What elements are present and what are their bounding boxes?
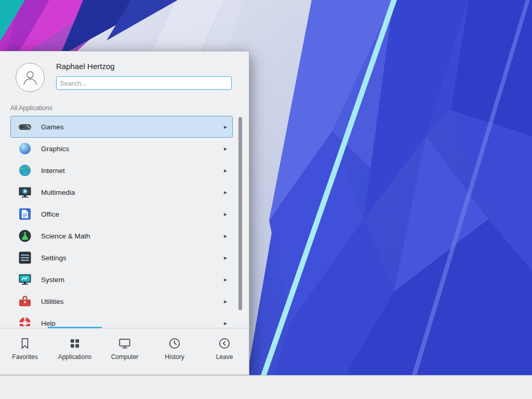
category-label: Games bbox=[41, 123, 64, 131]
graphics-sphere-icon bbox=[18, 142, 32, 155]
scrollbar[interactable] bbox=[238, 117, 242, 310]
tab-computer[interactable]: Computer bbox=[100, 328, 150, 376]
tab-label: Computer bbox=[111, 353, 139, 361]
computer-icon bbox=[118, 337, 131, 350]
category-label: Help bbox=[41, 320, 56, 327]
system-monitor-icon bbox=[18, 273, 32, 286]
multimedia-icon bbox=[18, 185, 32, 199]
category-help[interactable]: Help ▸ bbox=[10, 312, 233, 326]
submenu-arrow-icon: ▸ bbox=[224, 298, 227, 305]
tab-applications[interactable]: Applications bbox=[50, 328, 100, 376]
category-office[interactable]: Office ▸ bbox=[10, 203, 233, 225]
section-label: All Applications bbox=[10, 104, 52, 112]
submenu-arrow-icon: ▸ bbox=[224, 145, 227, 152]
category-label: System bbox=[41, 276, 64, 284]
category-list: Games ▸ G bbox=[10, 116, 233, 326]
launcher-tab-bar: Favorites Applications bbox=[0, 328, 249, 376]
submenu-arrow-icon: ▸ bbox=[224, 123, 227, 130]
globe-icon bbox=[18, 164, 32, 177]
bookmark-icon bbox=[18, 337, 32, 350]
category-label: Settings bbox=[41, 254, 66, 262]
category-label: Office bbox=[41, 210, 59, 218]
taskbar: ES 7:03 PM 4/24/21 bbox=[0, 375, 532, 399]
grid-icon bbox=[68, 337, 82, 350]
tab-favorites[interactable]: Favorites bbox=[0, 328, 50, 376]
submenu-arrow-icon: ▸ bbox=[224, 167, 227, 174]
category-multimedia[interactable]: Multimedia ▸ bbox=[10, 181, 233, 203]
search-input[interactable] bbox=[56, 76, 232, 90]
category-games[interactable]: Games ▸ bbox=[10, 116, 233, 138]
settings-sliders-icon bbox=[18, 251, 32, 264]
category-internet[interactable]: Internet ▸ bbox=[10, 159, 233, 181]
science-flask-icon bbox=[18, 229, 32, 243]
submenu-arrow-icon: ▸ bbox=[224, 189, 227, 196]
tab-label: History bbox=[165, 353, 184, 361]
category-science-math[interactable]: Science & Math ▸ bbox=[10, 225, 233, 247]
submenu-arrow-icon: ▸ bbox=[224, 254, 227, 261]
tab-leave[interactable]: Leave bbox=[200, 328, 249, 376]
application-launcher-menu: Raphael Hertzog All Applications Game bbox=[0, 51, 249, 375]
category-label: Multimedia bbox=[41, 189, 75, 196]
category-utilities[interactable]: Utilities ▸ bbox=[10, 290, 233, 312]
office-document-icon bbox=[18, 207, 32, 221]
user-avatar[interactable] bbox=[16, 63, 45, 92]
category-label: Utilities bbox=[41, 298, 64, 305]
tab-history[interactable]: History bbox=[150, 328, 200, 376]
submenu-arrow-icon: ▸ bbox=[224, 232, 227, 240]
category-label: Science & Math bbox=[41, 232, 90, 240]
submenu-arrow-icon: ▸ bbox=[224, 276, 227, 283]
submenu-arrow-icon: ▸ bbox=[224, 320, 227, 326]
category-label: Graphics bbox=[41, 145, 69, 153]
category-settings[interactable]: Settings ▸ bbox=[10, 247, 233, 269]
user-name: Raphael Hertzog bbox=[56, 62, 115, 71]
tab-label: Leave bbox=[216, 353, 233, 361]
gamepad-icon bbox=[18, 120, 32, 134]
toolbox-icon bbox=[18, 295, 32, 308]
submenu-arrow-icon: ▸ bbox=[224, 210, 227, 218]
user-icon bbox=[24, 72, 36, 85]
category-system[interactable]: System ▸ bbox=[10, 269, 233, 290]
active-tab-indicator bbox=[48, 327, 102, 328]
tab-label: Favorites bbox=[12, 353, 37, 361]
clock-icon bbox=[168, 337, 181, 350]
help-lifebuoy-icon bbox=[18, 316, 32, 326]
tab-label: Applications bbox=[58, 353, 92, 361]
category-label: Internet bbox=[41, 167, 65, 175]
desktop: Raphael Hertzog All Applications Game bbox=[0, 0, 532, 399]
leave-icon bbox=[218, 337, 231, 350]
category-graphics[interactable]: Graphics ▸ bbox=[10, 138, 233, 159]
